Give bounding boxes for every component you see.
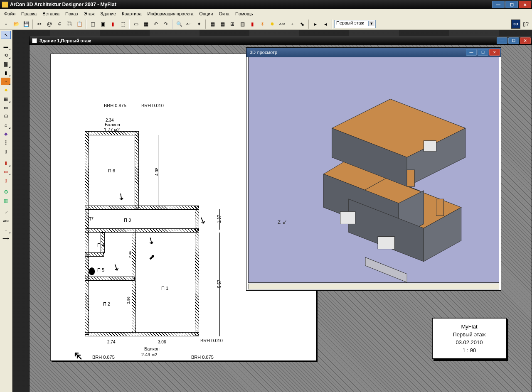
tool-icon[interactable]: ⬊ (298, 20, 307, 29)
slab-tool-icon[interactable]: ▭ (1, 103, 11, 112)
select-tool-icon[interactable]: ↖ (1, 31, 11, 39)
app-title: ArCon 3D Architektur Designer 2007 - MyF… (10, 2, 116, 7)
3d-view-title: 3D-просмотр (250, 50, 277, 55)
help-icon[interactable]: ▯? (521, 20, 530, 29)
arc-tool-icon[interactable]: ⟲ (1, 51, 11, 59)
measure-icon[interactable]: ⟂ (288, 20, 297, 29)
dimension-tool-icon[interactable]: ⟋ (1, 208, 11, 216)
menu-insert[interactable]: Вставка (40, 10, 62, 17)
window-tool-icon[interactable]: ▭ (1, 167, 11, 176)
solid-tool-icon[interactable]: ◆ (1, 130, 11, 138)
room-label: П 4 (97, 243, 104, 247)
arrow-icon[interactable]: ▸ (311, 20, 320, 29)
stairs-tool-icon[interactable]: ⌂ (1, 121, 11, 129)
grid-tool-icon[interactable]: ▦ (1, 95, 11, 103)
svg-rect-9 (340, 211, 355, 224)
3d-toggle-button[interactable]: 3D (511, 20, 520, 29)
3d-viewport[interactable]: z ↙ (248, 57, 499, 283)
tool-icon[interactable]: ▮ (248, 20, 257, 29)
plan-maximize-button[interactable]: ☐ (508, 37, 519, 44)
floor-selector[interactable]: Первый этаж (334, 20, 376, 28)
menu-help[interactable]: Помощь (233, 10, 256, 17)
compass-label: z ↙ (278, 218, 287, 225)
separator (205, 20, 206, 29)
plan-window-titlebar[interactable]: Здание 1,Первый этаж — ☐ ✕ (30, 36, 532, 45)
copy-icon[interactable] (65, 20, 74, 29)
compass-icon[interactable]: ✦ (195, 20, 204, 29)
redo-icon[interactable] (161, 20, 170, 29)
section-tool-icon[interactable]: ⟶ (1, 234, 11, 243)
ruler-tool-icon[interactable]: ⟂ (1, 225, 11, 234)
opening-tool-icon[interactable]: ▯ (1, 176, 11, 184)
menu-windows[interactable]: Окна (216, 10, 232, 17)
grid-icon[interactable] (208, 20, 217, 29)
new-icon[interactable] (2, 20, 11, 29)
cut-icon[interactable] (35, 20, 44, 29)
door-tool-icon[interactable]: ▮ (1, 159, 11, 167)
3d-close-button[interactable]: ✕ (489, 49, 500, 56)
tool-icon[interactable]: ▣ (98, 20, 107, 29)
roof-tool-icon[interactable]: ⛁ (1, 112, 11, 120)
menu-options[interactable]: Опции (197, 10, 215, 17)
menu-apartment[interactable]: Квартира (119, 10, 144, 17)
svg-rect-12 (407, 170, 414, 186)
text-tool-icon[interactable]: Abc (1, 217, 11, 225)
room-label: П 2 (103, 301, 110, 306)
paste-icon[interactable] (75, 20, 84, 29)
3d-view-titlebar[interactable]: 3D-просмотр — ☐ ✕ (246, 48, 501, 57)
tool-icon[interactable]: ▦ (218, 20, 227, 29)
print-icon[interactable] (55, 20, 64, 29)
dim-line (138, 344, 196, 344)
maximize-button[interactable]: ☐ (505, 1, 518, 8)
workspace: ↖ ▬ ⟲ ▓ ▮ ▫ ✸ ▦ ▭ ⛁ ⌂ ◆ ┇ ▯ ▮ ▭ ▯ ✪ ▥ ⟋ … (0, 30, 532, 392)
texture-tool-icon[interactable]: ▥ (1, 196, 11, 205)
3d-horizontal-scrollbar[interactable] (248, 284, 499, 289)
svg-marker-14 (365, 257, 407, 282)
tool-icon[interactable]: ⊞ (228, 20, 237, 29)
close-button[interactable]: ✕ (519, 1, 531, 8)
tool-icon[interactable]: A↔ (185, 20, 194, 29)
zoom-icon[interactable] (175, 20, 184, 29)
line-tool-icon[interactable]: ┇ (1, 138, 11, 147)
dim-value: 2.46 (128, 251, 132, 258)
minimize-button[interactable]: — (492, 1, 505, 8)
3d-maximize-button[interactable]: ☐ (478, 49, 488, 56)
wall-tool-icon[interactable]: ▬ (1, 42, 11, 51)
titleblock-floor: Первый этаж (453, 331, 485, 338)
tool-icon[interactable]: ▦ (141, 20, 150, 29)
room-label: П 3 (124, 218, 131, 223)
hatch-tool-icon[interactable]: ▓ (1, 60, 11, 68)
menu-floor[interactable]: Этаж (81, 10, 97, 17)
tool-icon[interactable]: ◫ (88, 20, 97, 29)
separator (129, 20, 130, 29)
marker-tool-icon[interactable]: ▯ (1, 147, 11, 155)
arrow-icon[interactable]: ◂ (321, 20, 330, 29)
room-tool-icon[interactable]: ▫ (1, 77, 11, 86)
open-icon[interactable] (12, 20, 21, 29)
separator (32, 20, 33, 29)
3d-minimize-button[interactable]: — (466, 49, 477, 56)
tool-icon[interactable]: ▮ (108, 20, 117, 29)
menu-building[interactable]: Здание (98, 10, 119, 17)
save-icon[interactable] (22, 20, 31, 29)
menu-edit[interactable]: Правка (19, 10, 39, 17)
tool-icon[interactable]: ▭ (131, 20, 140, 29)
brh-label: BRH 0.010 (200, 338, 223, 343)
tool-icon[interactable]: ✹ (268, 20, 277, 29)
tool-icon[interactable]: ☀ (258, 20, 267, 29)
light-tool-icon[interactable]: ✸ (1, 86, 11, 94)
column-tool-icon[interactable]: ▮ (1, 69, 11, 77)
menu-file[interactable]: Файл (2, 10, 18, 17)
menu-projectinfo[interactable]: Информация проекта (145, 10, 196, 17)
separator (172, 20, 173, 29)
tool-icon[interactable]: ⬚ (118, 20, 127, 29)
plan-close-button[interactable]: ✕ (520, 37, 531, 44)
person-tool-icon[interactable]: ✪ (1, 188, 11, 196)
menu-view[interactable]: Показ (63, 10, 80, 17)
undo-icon[interactable] (151, 20, 160, 29)
plan-minimize-button[interactable]: — (497, 37, 507, 44)
dim-value: 3.06 (158, 340, 166, 344)
text-icon[interactable]: Abc (278, 20, 287, 29)
tool-icon[interactable]: ▥ (238, 20, 247, 29)
email-icon[interactable] (45, 20, 54, 29)
